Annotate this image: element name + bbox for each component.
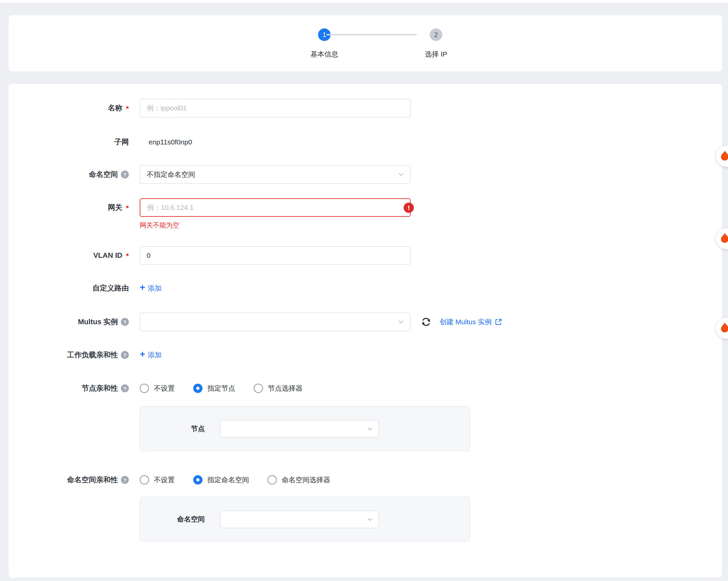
radio-node-affinity-node-selector[interactable]: 节点选择器	[254, 384, 303, 393]
workload-affinity-label: 工作负载亲和性	[67, 350, 118, 360]
plus-icon: +	[140, 283, 145, 292]
required-asterisk: *	[126, 252, 129, 260]
add-label: 添加	[148, 283, 161, 293]
radio-icon-checked	[193, 384, 203, 393]
help-icon[interactable]: ?	[121, 384, 129, 392]
vlan-input[interactable]	[140, 246, 411, 265]
chevron-down-icon	[398, 319, 404, 325]
radio-icon	[267, 475, 277, 484]
stepper-connector	[326, 34, 417, 35]
workload-affinity-add-button[interactable]: + 添加	[140, 350, 161, 359]
step-2-label: 选择 IP	[396, 50, 476, 59]
help-icon[interactable]: ?	[121, 171, 129, 178]
multus-select[interactable]	[140, 313, 411, 331]
ns-affinity-radio-group: 不设置 指定命名空间 命名空间选择器	[140, 475, 330, 484]
name-input[interactable]	[140, 99, 411, 117]
radio-label: 指定命名空间	[207, 475, 249, 484]
gateway-input[interactable]	[140, 198, 411, 217]
ns-panel-label: 命名空间	[140, 497, 205, 541]
radio-icon	[254, 384, 263, 393]
vlan-label: VLAN ID	[93, 251, 122, 260]
node-panel: 节点	[140, 406, 470, 451]
radio-label: 命名空间选择器	[282, 475, 330, 484]
help-icon[interactable]: ?	[121, 318, 129, 326]
radio-ns-affinity-specify-ns[interactable]: 指定命名空间	[193, 475, 249, 484]
ns-affinity-label: 命名空间亲和性	[67, 475, 118, 485]
radio-label: 不设置	[154, 384, 175, 393]
radio-label: 指定节点	[207, 384, 235, 393]
radio-icon	[140, 475, 149, 484]
row-vlan: VLAN ID *	[8, 246, 722, 265]
node-affinity-radio-group: 不设置 指定节点 节点选择器	[140, 384, 303, 393]
flame-icon	[719, 322, 728, 334]
stepper-card: 1 2 基本信息 选择 IP	[8, 15, 722, 71]
node-affinity-label: 节点亲和性	[82, 383, 118, 393]
chevron-down-icon	[398, 171, 404, 178]
row-name: 名称 *	[8, 99, 722, 117]
help-icon[interactable]: ?	[121, 476, 129, 484]
step-1-label: 基本信息	[285, 50, 364, 59]
required-asterisk: *	[126, 104, 129, 113]
node-panel-label: 节点	[140, 406, 205, 451]
namespace-select-value: 不指定命名空间	[147, 170, 195, 179]
step-2-circle: 2	[430, 28, 442, 41]
row-node-affinity: 节点亲和性 ? 不设置 指定节点 节点选择器	[8, 383, 722, 394]
row-gateway: 网关 * !	[8, 198, 722, 217]
ns-panel-select[interactable]	[220, 511, 379, 528]
row-workload-affinity: 工作负载亲和性 ? + 添加	[8, 349, 722, 361]
create-multus-link[interactable]: 创建 Multus 实例	[440, 317, 502, 327]
step-1-number: 1	[322, 31, 326, 39]
subnet-value: enp11s0f0np0	[149, 138, 192, 146]
flame-icon	[719, 232, 728, 245]
radio-icon	[140, 384, 149, 393]
radio-label: 节点选择器	[268, 384, 303, 393]
flame-icon	[719, 150, 728, 162]
radio-node-affinity-specify-node[interactable]: 指定节点	[193, 384, 235, 393]
form-card: 名称 * 子网 enp11s0f0np0 命名空间 ? 不指定命名空间	[8, 84, 722, 578]
row-custom-route: 自定义路由 + 添加	[8, 282, 722, 294]
error-icon: !	[404, 203, 414, 213]
gateway-error-message: 网关不能为空	[140, 221, 179, 230]
chevron-down-icon	[367, 426, 373, 432]
required-asterisk: *	[126, 204, 129, 212]
create-multus-label: 创建 Multus 实例	[440, 317, 492, 327]
row-multus: Multus 实例 ? 创建 Multus 实例	[8, 313, 722, 331]
namespace-label: 命名空间	[89, 170, 118, 179]
step-2-number: 2	[434, 31, 438, 39]
custom-route-label: 自定义路由	[93, 283, 129, 293]
row-subnet: 子网 enp11s0f0np0	[8, 137, 722, 147]
help-icon[interactable]: ?	[121, 351, 129, 359]
row-namespace: 命名空间 ? 不指定命名空间	[8, 165, 722, 184]
custom-route-add-button[interactable]: + 添加	[140, 283, 161, 293]
node-select[interactable]	[220, 420, 379, 437]
radio-node-affinity-none[interactable]: 不设置	[140, 384, 175, 393]
name-label: 名称	[108, 103, 122, 113]
radio-ns-affinity-ns-selector[interactable]: 命名空间选择器	[267, 475, 330, 484]
radio-label: 不设置	[154, 475, 175, 484]
ns-panel: 命名空间	[140, 497, 470, 542]
radio-icon-checked	[193, 475, 203, 484]
namespace-select[interactable]: 不指定命名空间	[140, 165, 411, 184]
refresh-icon[interactable]	[420, 316, 432, 328]
row-ns-affinity: 命名空间亲和性 ? 不设置 指定命名空间 命名空间选择器	[8, 475, 722, 485]
chevron-down-icon	[367, 516, 373, 523]
radio-ns-affinity-none[interactable]: 不设置	[140, 475, 175, 484]
external-link-icon	[494, 318, 502, 326]
multus-label: Multus 实例	[78, 317, 118, 327]
add-label: 添加	[148, 350, 161, 359]
subnet-label: 子网	[114, 137, 129, 147]
gateway-label: 网关	[108, 203, 122, 212]
plus-icon: +	[140, 350, 145, 359]
